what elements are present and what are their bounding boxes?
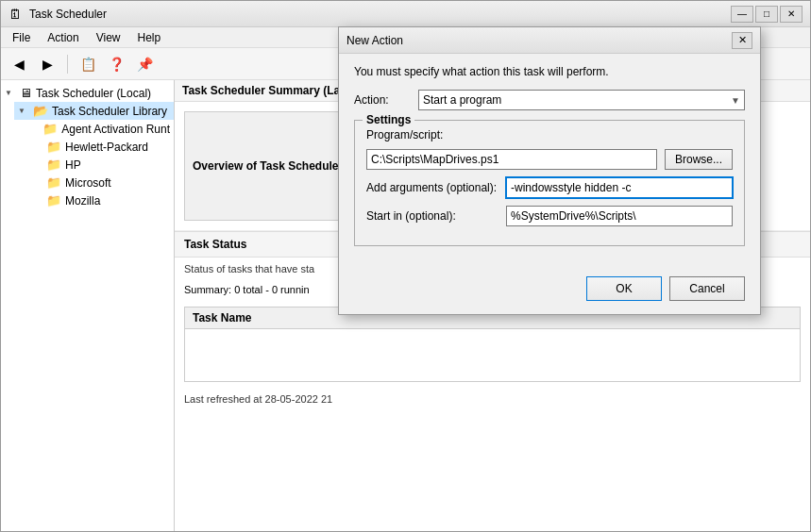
menu-action[interactable]: Action xyxy=(40,29,86,46)
action-field-row: Action: Start a program ▼ xyxy=(354,90,745,110)
tree-panel: ▼ 🖥 Task Scheduler (Local) ▼ 📂 Task Sche… xyxy=(1,80,175,531)
back-button[interactable]: ◀ xyxy=(7,52,31,76)
cancel-button[interactable]: Cancel xyxy=(669,276,745,301)
combo-arrow-icon: ▼ xyxy=(731,95,740,106)
tree-item-hp-full[interactable]: 📁 Hewlett-Packard xyxy=(27,138,174,156)
computer-icon: 🖥 xyxy=(20,86,32,100)
action-combo-value: Start a program xyxy=(423,93,501,107)
settings-group: Settings Program/script: Browse... Add a… xyxy=(354,120,745,246)
program-input[interactable] xyxy=(366,149,657,170)
dialog-description: You must specify what action this task w… xyxy=(354,65,745,78)
forward-button[interactable]: ▶ xyxy=(35,52,59,76)
startin-label: Start in (optional): xyxy=(366,209,498,223)
title-bar-buttons: — □ ✕ xyxy=(731,6,803,23)
program-label: Program/script: xyxy=(366,128,498,141)
toolbar-separator xyxy=(67,55,68,74)
menu-help[interactable]: Help xyxy=(130,29,169,46)
help-button[interactable]: ❓ xyxy=(104,52,128,76)
folder-icon-1: 📁 xyxy=(42,122,58,136)
dialog-title-text: New Action xyxy=(346,34,732,47)
tree-root[interactable]: ▼ 🖥 Task Scheduler (Local) xyxy=(1,84,174,102)
tree-item-hp[interactable]: 📁 HP xyxy=(27,156,174,174)
arguments-input[interactable] xyxy=(506,177,733,198)
folder-icon-3: 📁 xyxy=(46,158,61,172)
tree-expand-icon: ▼ xyxy=(5,89,16,97)
startin-input[interactable] xyxy=(506,206,733,226)
title-bar: 🗓 Task Scheduler — □ ✕ xyxy=(1,1,810,27)
tree-item-agent[interactable]: 📁 Agent Activation Runt xyxy=(27,120,174,138)
arguments-label: Add arguments (optional): xyxy=(366,181,498,194)
arguments-row: Add arguments (optional): xyxy=(366,177,733,198)
tree-library-expand-icon: ▼ xyxy=(18,107,29,115)
last-refreshed-text: Last refreshed at 28-05-2022 21 xyxy=(175,390,810,408)
close-window-button[interactable]: ✕ xyxy=(780,6,803,23)
action-combobox[interactable]: Start a program ▼ xyxy=(418,90,745,110)
tree-item-label-4: Microsoft xyxy=(65,176,111,190)
program-input-row: Browse... xyxy=(366,149,733,170)
folder-icon-5: 📁 xyxy=(46,193,61,208)
overview-button[interactable]: Overview of Task Scheduler xyxy=(184,111,351,221)
app-icon: 🗓 xyxy=(8,7,24,22)
tree-item-label-3: HP xyxy=(65,158,81,172)
menu-view[interactable]: View xyxy=(89,29,128,46)
settings-legend: Settings xyxy=(363,113,414,126)
dialog-body: You must specify what action this task w… xyxy=(339,54,760,269)
tree-library[interactable]: ▼ 📂 Task Scheduler Library xyxy=(14,102,174,120)
folder-icon-4: 📁 xyxy=(46,175,61,190)
dialog-footer: OK Cancel xyxy=(339,269,760,314)
title-bar-text: Task Scheduler xyxy=(29,8,725,21)
browse-button[interactable]: Browse... xyxy=(665,149,733,170)
tree-item-label-2: Hewlett-Packard xyxy=(65,141,148,154)
startin-row: Start in (optional): xyxy=(366,206,733,226)
task-name-table: Task Name xyxy=(184,307,801,382)
minimize-button[interactable]: — xyxy=(731,6,753,23)
new-action-dialog: New Action ✕ You must specify what actio… xyxy=(338,26,761,315)
folder-icon-2: 📁 xyxy=(46,140,61,154)
tree-library-label: Task Scheduler Library xyxy=(52,105,167,118)
menu-file[interactable]: File xyxy=(5,29,38,46)
tree-item-label-5: Mozilla xyxy=(65,194,100,208)
tree-root-label: Task Scheduler (Local) xyxy=(36,87,151,100)
dialog-close-button[interactable]: ✕ xyxy=(732,32,752,49)
tree-item-label-1: Agent Activation Runt xyxy=(61,123,170,136)
refresh-button[interactable]: 📌 xyxy=(132,52,157,76)
maximize-button[interactable]: □ xyxy=(755,6,778,23)
dialog-title-bar: New Action ✕ xyxy=(339,27,760,54)
program-row: Program/script: xyxy=(366,128,733,141)
folder-open-icon: 📂 xyxy=(33,104,48,118)
action-label: Action: xyxy=(354,93,411,107)
tree-item-microsoft[interactable]: 📁 Microsoft xyxy=(27,174,174,191)
ok-button[interactable]: OK xyxy=(586,276,662,301)
properties-button[interactable]: 📋 xyxy=(76,52,100,76)
tree-item-mozilla[interactable]: 📁 Mozilla xyxy=(27,191,174,209)
